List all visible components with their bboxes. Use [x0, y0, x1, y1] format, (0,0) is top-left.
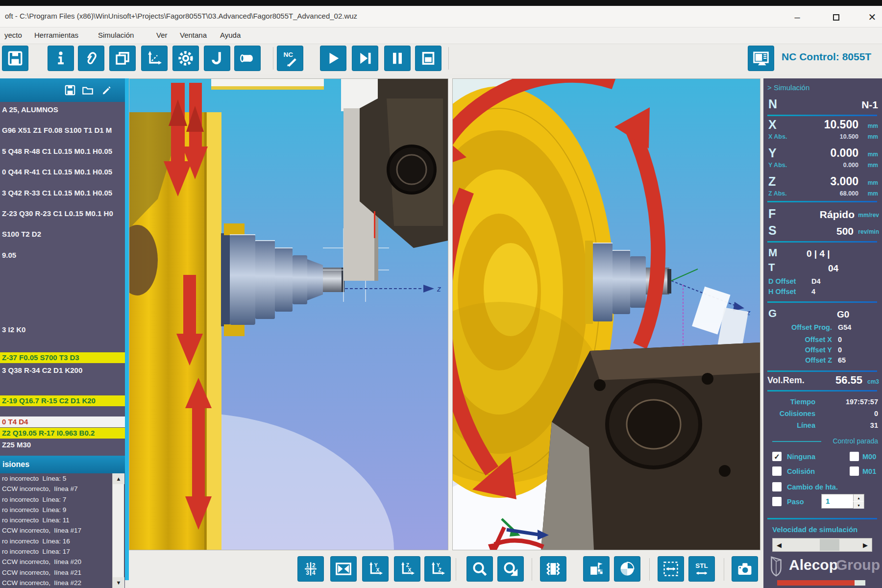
menu-ver[interactable]: Ver — [156, 31, 168, 39]
nc-edit-icon: NC — [281, 49, 299, 67]
plane-yx-button[interactable]: YX — [363, 557, 388, 581]
checkbox-ninguna-label[interactable]: Ninguna — [787, 453, 815, 461]
checkbox-ninguna[interactable]: ✓ — [772, 452, 782, 461]
stepper-up-icon[interactable]: ▲ — [853, 494, 864, 501]
simulation-scene-left: z — [129, 79, 448, 550]
program-line[interactable]: 0 Q44 R-41 C1 L0.15 M0.1 H0.05 — [0, 167, 125, 177]
tool-button[interactable] — [204, 46, 230, 71]
error-item[interactable]: ro incorrecto Línea: 9 — [0, 505, 125, 515]
program-line[interactable]: A 25, ALUMNOS — [0, 104, 125, 115]
program-edit-button[interactable] — [99, 83, 114, 98]
paso-stepper[interactable]: 1 ▲ ▼ — [821, 494, 864, 509]
scroll-down-icon[interactable]: ▼ — [113, 577, 124, 588]
offset-z-value: 65 — [838, 356, 846, 364]
error-item[interactable]: ro incorrecto Línea: 11 — [0, 515, 125, 525]
checkbox-m01-label[interactable]: M01 — [862, 467, 876, 475]
program-line-highlighted[interactable]: Z-19 Q16.7 R-15 C2 D1 K20 — [0, 395, 125, 406]
play-button[interactable] — [320, 46, 346, 71]
rough-part-button[interactable] — [540, 557, 566, 581]
close-button[interactable]: ✕ — [862, 10, 882, 24]
plane-zx-button[interactable]: ZX — [394, 557, 420, 581]
stl-export-button[interactable]: STL — [689, 557, 714, 581]
error-item[interactable]: ro incorrecto Línea: 16 — [0, 536, 125, 546]
program-line[interactable]: 9.05 — [0, 250, 125, 261]
new-window-button[interactable] — [110, 46, 135, 71]
checkbox-m00[interactable] — [850, 452, 859, 461]
nc-edit-button[interactable]: NC — [277, 46, 303, 71]
t-label: T — [768, 261, 775, 274]
simulation-viewport-right[interactable]: z 10 — [452, 78, 760, 550]
program-line[interactable]: Z25 M30 — [0, 440, 125, 450]
error-item[interactable]: CCW incorrecto, línea #20 — [0, 557, 125, 567]
tiempo-value: 197:57:57 — [846, 398, 878, 406]
save-button[interactable] — [2, 46, 28, 71]
error-list-scrollbar[interactable]: ▲ ▼ — [112, 473, 124, 588]
minimize-button[interactable]: – — [787, 10, 807, 24]
attach-button[interactable] — [78, 46, 104, 71]
slider-thumb[interactable] — [820, 539, 839, 551]
slider-left-icon[interactable]: ◀ — [773, 539, 785, 551]
stop-button[interactable] — [416, 46, 441, 71]
program-line-highlighted[interactable]: Z-37 F0.05 S700 T3 D3 — [0, 352, 125, 363]
menu-ayuda[interactable]: Ayuda — [220, 31, 241, 39]
step-button[interactable] — [352, 46, 378, 71]
d-offset-label: D Offset — [768, 277, 796, 285]
stepper-down-icon[interactable]: ▼ — [853, 502, 864, 509]
checkbox-cambio[interactable] — [772, 482, 782, 491]
error-item[interactable]: ro incorrecto Línea: 17 — [0, 546, 125, 557]
menu-proyecto[interactable]: yecto — [4, 31, 22, 39]
program-open-button[interactable] — [80, 83, 95, 98]
checkbox-paso[interactable] — [772, 497, 782, 506]
checkbox-cambio-label[interactable]: Cambio de hta. — [787, 483, 838, 491]
paperclip-icon — [82, 49, 100, 67]
program-line[interactable]: S100 T2 D2 — [0, 229, 125, 240]
menu-herramientas[interactable]: Herramientas — [34, 31, 78, 39]
scroll-up-icon[interactable]: ▲ — [113, 473, 124, 484]
error-item[interactable]: ro incorrecto Línea: 5 — [0, 473, 125, 484]
program-line[interactable]: G96 X51 Z1 F0.08 S100 T1 D1 M — [0, 125, 125, 136]
error-item[interactable]: CCW incorrecto, línea #7 — [0, 484, 125, 494]
slider-right-icon[interactable]: ▶ — [859, 539, 872, 551]
menu-ventana[interactable]: Ventana — [180, 31, 207, 39]
program-line[interactable]: Z-23 Q30 R-23 C1 L0.15 M0.1 H0 — [0, 208, 125, 219]
program-line[interactable]: 3 Q42 R-33 C1 L0.15 M0.1 H0.05 — [0, 188, 125, 198]
measure-button[interactable] — [658, 557, 684, 581]
info-button[interactable] — [48, 46, 74, 71]
checkbox-m00-label[interactable]: M00 — [862, 453, 876, 461]
error-item[interactable]: ro incorrecto Línea: 7 — [0, 494, 125, 505]
blank-part-button[interactable] — [235, 46, 260, 71]
program-save-button[interactable] — [63, 83, 77, 98]
zoom-window-button[interactable] — [498, 557, 523, 581]
settings-button[interactable] — [173, 46, 198, 71]
program-line[interactable]: 3 I2 K0 — [0, 324, 125, 335]
window-title: oft - C:\Program Files (x86)\WinUnisoft+… — [5, 12, 357, 20]
menu-simulacion[interactable]: Simulación — [98, 31, 134, 39]
tool-icon — [208, 49, 226, 67]
program-line-highlighted[interactable]: Z2 Q19.05 R-17 I0.963 B0.2 — [0, 428, 125, 439]
checkbox-colision[interactable] — [772, 466, 782, 476]
program-line[interactable]: 3 Q38 R-34 C2 D1 K200 — [0, 365, 125, 376]
simulation-speed-slider[interactable]: ◀ ▶ — [772, 538, 872, 552]
pause-icon — [389, 49, 406, 67]
program-line[interactable]: 5 Q48 R-48 C1 L0.15 M0.1 H0.05 — [0, 146, 125, 157]
checkbox-m01[interactable] — [850, 466, 859, 476]
simulation-viewport-left[interactable]: z — [129, 78, 448, 550]
checkbox-paso-label[interactable]: Paso — [787, 498, 804, 506]
view-split-button[interactable] — [331, 557, 356, 581]
zoom-in-button[interactable] — [467, 557, 492, 581]
plane-yz-button[interactable]: YZ — [425, 557, 450, 581]
quarter-section-button[interactable] — [614, 557, 640, 581]
part-flag-button[interactable] — [584, 557, 609, 581]
error-item[interactable]: CCW incorrecto, línea #17 — [0, 525, 125, 536]
error-item[interactable]: CCW incorrecto, línea #22 — [0, 578, 125, 588]
h-offset-label: H Offset — [768, 288, 796, 295]
view-layout-1234-button[interactable]: 1234 — [298, 557, 323, 581]
program-line-current[interactable]: 0 T4 D4 — [0, 416, 125, 427]
nc-monitor-button[interactable] — [748, 46, 774, 71]
snapshot-button[interactable] — [732, 557, 758, 581]
zero-point-button[interactable] — [142, 46, 167, 71]
error-item[interactable]: CCW incorrecto, línea #21 — [0, 567, 125, 578]
maximize-button[interactable] — [826, 10, 846, 24]
checkbox-colision-label[interactable]: Colisión — [787, 467, 815, 475]
pause-button[interactable] — [385, 46, 410, 71]
